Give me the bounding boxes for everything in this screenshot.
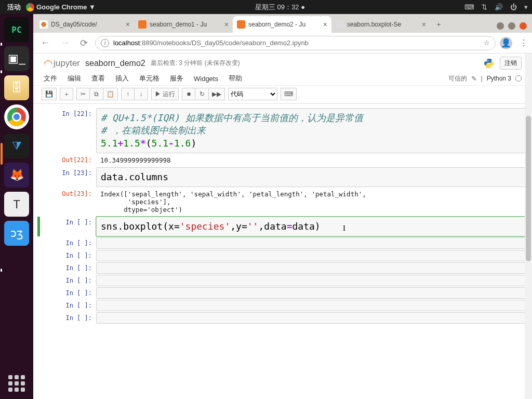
site-info-icon[interactable]: i <box>101 39 109 47</box>
menu-edit[interactable]: 编辑 <box>68 74 81 83</box>
keyboard-icon[interactable]: ⌨ <box>464 3 474 11</box>
add-cell-button[interactable]: ＋ <box>60 88 73 100</box>
close-icon[interactable]: × <box>323 20 327 29</box>
launcher-show-apps[interactable] <box>6 373 27 394</box>
code-input[interactable] <box>96 275 528 286</box>
code-input[interactable] <box>96 300 528 311</box>
menu-cell[interactable]: 单元格 <box>139 74 159 83</box>
cell-empty[interactable]: In [ ]: <box>37 275 528 286</box>
logout-button[interactable]: 注销 <box>500 57 522 70</box>
code-input[interactable] <box>96 312 528 324</box>
star-icon[interactable]: ☆ <box>484 39 490 47</box>
menu-insert[interactable]: 插入 <box>115 74 129 83</box>
power-icon[interactable]: ⏻ <box>510 3 517 11</box>
close-icon[interactable]: × <box>422 20 426 29</box>
jupyter-icon <box>237 20 245 29</box>
cell-23-in[interactable]: In [23]: data.columns <box>37 167 528 187</box>
reload-button[interactable]: ⟳ <box>77 37 91 49</box>
cell-active[interactable]: In [ ]: sns.boxplot(x='species',y='',dat… <box>37 217 528 236</box>
in-prompt: In [ ]: <box>40 237 96 249</box>
run-all-button[interactable]: ▶▶ <box>209 88 225 100</box>
address-bar[interactable]: i localhost:8890/notebooks/DS_day05/code… <box>95 36 496 50</box>
run-button[interactable]: ▶ 运行 <box>151 88 179 100</box>
back-button[interactable]: ← <box>37 37 53 48</box>
copy-button[interactable]: ⧉ <box>90 88 103 100</box>
trusted-label[interactable]: 可信的 <box>448 74 467 83</box>
close-window-button[interactable] <box>520 22 527 30</box>
cell-empty[interactable]: In [ ]: <box>37 237 528 249</box>
notebook-body: In [22]: # QU+1.5*(IQR) 如果数据中有高于当前值的，认为是… <box>33 104 532 345</box>
in-prompt: In [ ]: <box>40 300 96 311</box>
launcher-pycharm[interactable]: PC <box>4 17 29 42</box>
tab-0[interactable]: DS_day05/code/× <box>35 16 134 33</box>
cell-22-in[interactable]: In [22]: # QU+1.5*(IQR) 如果数据中有高于当前值的，认为是… <box>37 108 528 153</box>
code-input[interactable] <box>96 262 528 274</box>
launcher-app[interactable]: ɔʒ <box>4 221 29 246</box>
cell-empty[interactable]: In [ ]: <box>37 312 528 324</box>
scroll-thumb[interactable] <box>526 116 531 261</box>
menu-widgets[interactable]: Widgets <box>194 75 218 83</box>
close-icon[interactable]: × <box>224 20 229 29</box>
cell-empty[interactable]: In [ ]: <box>37 287 528 299</box>
minimize-button[interactable] <box>497 22 504 30</box>
celltype-select[interactable]: 代码 <box>228 88 277 100</box>
clock[interactable]: 星期三 09：32 ● <box>96 3 464 12</box>
new-tab-button[interactable]: ＋ <box>432 18 445 31</box>
maximize-button[interactable] <box>508 22 515 30</box>
network-icon[interactable]: ⇅ <box>482 3 487 11</box>
menu-file[interactable]: 文件 <box>44 74 57 83</box>
cut-button[interactable]: ✂ <box>76 88 90 100</box>
code-input[interactable] <box>96 287 528 299</box>
code-input[interactable]: sns.boxplot(x='species',y='',data=data) <box>96 217 528 236</box>
cell-empty[interactable]: In [ ]: <box>37 300 528 311</box>
code-input[interactable]: # QU+1.5*(IQR) 如果数据中有高于当前值的，认为是异常值 # ，在箱… <box>96 108 528 153</box>
restart-button[interactable]: ↻ <box>195 88 209 100</box>
cell-empty[interactable]: In [ ]: <box>37 250 528 261</box>
edit-icon[interactable]: ✎ <box>471 75 477 83</box>
profile-avatar[interactable]: 👤 <box>500 37 512 49</box>
code-input[interactable] <box>96 250 528 261</box>
code-input[interactable] <box>96 237 528 249</box>
in-prompt: In [23]: <box>40 167 96 187</box>
kebab-menu-icon[interactable]: ⋮ <box>520 38 528 48</box>
launcher-files[interactable]: 🗄 <box>4 75 29 100</box>
app-menu[interactable]: Google Chrome ▼ <box>26 3 96 11</box>
close-icon[interactable]: × <box>126 20 130 29</box>
launcher-chrome[interactable] <box>4 104 29 129</box>
menu-kernel[interactable]: 服务 <box>170 74 183 83</box>
save-button[interactable]: 💾 <box>42 88 57 100</box>
launcher-firefox[interactable]: 🦊 <box>4 163 29 188</box>
tab-3[interactable]: seaborn.boxplot-Se× <box>331 16 430 33</box>
jupyter-icon <box>138 20 147 29</box>
code-input[interactable]: data.columns <box>96 167 528 187</box>
in-prompt: In [ ]: <box>40 262 96 274</box>
jupyter-icon: ◠ <box>44 57 52 70</box>
jupyter-icon <box>39 20 48 29</box>
menu-view[interactable]: 查看 <box>91 74 105 83</box>
command-palette-button[interactable]: ⌨ <box>281 88 297 100</box>
move-down-button[interactable]: ↓ <box>135 88 148 100</box>
menu-help[interactable]: 帮助 <box>229 74 242 83</box>
chrome-window: DS_day05/code/× seaborn_demo1 - Ju× seab… <box>33 14 532 399</box>
tab-1[interactable]: seaborn_demo1 - Ju× <box>134 16 233 33</box>
launcher-texteditor[interactable]: T <box>4 192 29 217</box>
stop-button[interactable]: ■ <box>182 88 195 100</box>
ubuntu-launcher: PC ▣_ 🗄 ⧩ 🦊 T ɔʒ <box>0 14 33 399</box>
volume-icon[interactable]: 🔊 <box>495 3 503 11</box>
launcher-terminal[interactable]: ▣_ <box>4 46 29 71</box>
in-prompt: In [22]: <box>40 108 96 153</box>
launcher-vscode[interactable]: ⧩ <box>4 134 29 158</box>
cell-empty[interactable]: In [ ]: <box>37 262 528 274</box>
gnome-top-bar: 活动 Google Chrome ▼ 星期三 09：32 ● ⌨ ⇅ 🔊 ⏻ ▾ <box>0 0 532 14</box>
activities-button[interactable]: 活动 <box>4 3 24 12</box>
paste-button[interactable]: 📋 <box>103 88 118 100</box>
move-up-button[interactable]: ↑ <box>121 88 135 100</box>
forward-button[interactable]: → <box>57 37 73 48</box>
out-prompt: Out[22]: <box>40 154 96 166</box>
tab-2[interactable]: seaborn_demo2 - Ju× <box>233 16 331 33</box>
kernel-name[interactable]: Python 3 <box>487 75 511 82</box>
jupyter-logo[interactable]: ◠jupyter <box>44 57 80 70</box>
notebook-title[interactable]: seaborn_demo2 <box>85 59 145 68</box>
caret-down-icon[interactable]: ▾ <box>524 3 528 11</box>
scrollbar[interactable] <box>525 54 532 399</box>
